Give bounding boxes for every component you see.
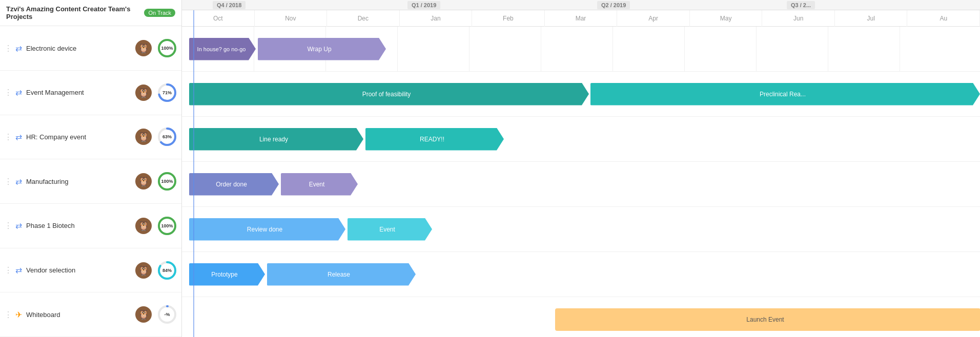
project-name: HR: Company event: [26, 133, 135, 141]
gantt-row-1: Proof of feasibility Preclinical Rea...: [182, 72, 980, 117]
avatar: 🦉: [135, 262, 152, 279]
bar-launch-event[interactable]: Launch Event: [555, 308, 980, 331]
progress-circle: 84%: [157, 260, 177, 281]
progress-circle: 71%: [157, 82, 177, 103]
gantt-header: Q4 / 2018 Q1 / 2019 Q2 / 2019 Q3 / 2... …: [182, 0, 980, 27]
project-row-1[interactable]: ⋮ ⇄ Event Management 🦉 71%: [0, 71, 181, 115]
bar-inhouse[interactable]: In house? go no-go: [189, 38, 256, 60]
bar-prototype[interactable]: Prototype: [189, 263, 265, 286]
month-nov: Nov: [255, 10, 328, 27]
project-name: Whiteboard: [26, 311, 135, 319]
month-jan: Jan: [400, 10, 473, 27]
project-row-3[interactable]: ⋮ ⇄ Manufacturing 🦉 100%: [0, 159, 181, 204]
quarter-label-q3: Q3 / 2...: [787, 1, 815, 9]
bar-orderdone[interactable]: Order done: [189, 173, 279, 196]
month-apr: Apr: [617, 10, 690, 27]
progress-label: 84%: [162, 268, 172, 273]
month-jun: Jun: [762, 10, 835, 27]
drag-handle[interactable]: ⋮: [4, 221, 12, 230]
app-container: Tzvi's Amazing Content Creator Team's Pr…: [0, 0, 980, 337]
month-dec: Dec: [327, 10, 400, 27]
progress-circle: 100%: [157, 216, 177, 236]
gantt-row-3: Order done Event: [182, 162, 980, 207]
bar-lineready[interactable]: Line ready: [189, 128, 363, 151]
header-title: Tzvi's Amazing Content Creator Team's Pr…: [6, 5, 144, 20]
month-jul: Jul: [835, 10, 908, 27]
progress-label: 63%: [162, 134, 172, 139]
bar-event-mfg[interactable]: Event: [281, 173, 358, 196]
drag-handle[interactable]: ⋮: [4, 132, 12, 142]
month-mar: Mar: [545, 10, 618, 27]
project-row-4[interactable]: ⋮ ⇄ Phase 1 Biotech 🦉 100%: [0, 204, 181, 248]
project-name: Event Management: [26, 89, 135, 96]
today-line: [193, 10, 194, 337]
quarter-label-q4: Q4 / 2018: [213, 1, 246, 9]
progress-label: 100%: [161, 179, 173, 184]
avatar: 🦉: [135, 85, 152, 101]
drag-handle[interactable]: ⋮: [4, 88, 12, 97]
sync-icon: ⇄: [15, 132, 22, 142]
sync-icon: ✈: [15, 310, 22, 320]
month-feb: Feb: [472, 10, 545, 27]
bar-release[interactable]: Release: [267, 263, 416, 286]
progress-label: -%: [165, 312, 170, 317]
bar-wrapup[interactable]: Wrap Up: [258, 38, 386, 60]
month-may: May: [690, 10, 763, 27]
gantt-row-4: Review done Event: [182, 207, 980, 252]
progress-circle: 100%: [157, 38, 177, 58]
avatar: 🦉: [135, 218, 152, 234]
drag-handle[interactable]: ⋮: [4, 265, 12, 275]
drag-handle[interactable]: ⋮: [4, 44, 12, 53]
gantt-area: Q4 / 2018 Q1 / 2019 Q2 / 2019 Q3 / 2... …: [182, 0, 980, 337]
gantt-row-2: Line ready READY!!: [182, 117, 980, 162]
gantt-row-0: In house? go no-go Wrap Up: [182, 27, 980, 72]
avatar: 🦉: [135, 173, 152, 189]
quarter-row: Q4 / 2018 Q1 / 2019 Q2 / 2019 Q3 / 2...: [182, 0, 980, 10]
project-row-2[interactable]: ⋮ ⇄ HR: Company event 🦉 63%: [0, 115, 181, 160]
sync-icon: ⇄: [15, 88, 22, 97]
gantt-row-5: Prototype Release: [182, 252, 980, 297]
avatar: 🦉: [135, 40, 152, 56]
left-header: Tzvi's Amazing Content Creator Team's Pr…: [0, 0, 181, 26]
project-name: Electronic device: [26, 45, 135, 52]
sync-icon: ⇄: [15, 44, 22, 53]
project-row-0[interactable]: ⋮ ⇄ Electronic device 🦉 100%: [0, 26, 181, 71]
progress-label: 100%: [161, 46, 173, 51]
project-row-6[interactable]: ⋮ ✈ Whiteboard 🦉 -%: [0, 292, 181, 337]
quarter-label-q1: Q1 / 2019: [407, 1, 440, 9]
project-name: Manufacturing: [26, 178, 135, 185]
sync-icon: ⇄: [15, 221, 22, 230]
bar-preclinical[interactable]: Preclinical Rea...: [590, 83, 980, 106]
avatar: 🦉: [135, 129, 152, 145]
progress-label: 71%: [162, 90, 172, 95]
bar-ready[interactable]: READY!!: [365, 128, 504, 151]
bar-reviewdone[interactable]: Review done: [189, 218, 345, 241]
quarter-label-q2: Q2 / 2019: [597, 1, 630, 9]
progress-label: 100%: [161, 223, 173, 228]
progress-circle: -%: [157, 304, 177, 325]
month-aug: Au: [907, 10, 980, 27]
left-panel: Tzvi's Amazing Content Creator Team's Pr…: [0, 0, 182, 337]
progress-circle: 100%: [157, 171, 177, 192]
project-name: Vendor selection: [26, 266, 135, 274]
drag-handle[interactable]: ⋮: [4, 310, 12, 320]
avatar: 🦉: [135, 306, 152, 323]
project-row-5[interactable]: ⋮ ⇄ Vendor selection 🦉 84%: [0, 248, 181, 293]
drag-handle[interactable]: ⋮: [4, 177, 12, 186]
bar-proof[interactable]: Proof of feasibility: [189, 83, 589, 106]
month-row: Oct Nov Dec Jan Feb Mar Apr May Jun Jul …: [182, 10, 980, 27]
bar-event-biotech[interactable]: Event: [348, 218, 432, 241]
on-track-badge: On Track: [144, 9, 175, 17]
gantt-body: In house? go no-go Wrap Up Proof of feas…: [182, 27, 980, 337]
progress-circle: 63%: [157, 127, 177, 147]
gantt-row-6: Launch Event: [182, 297, 980, 337]
sync-icon: ⇄: [15, 265, 22, 275]
sync-icon: ⇄: [15, 177, 22, 186]
project-name: Phase 1 Biotech: [26, 222, 135, 229]
